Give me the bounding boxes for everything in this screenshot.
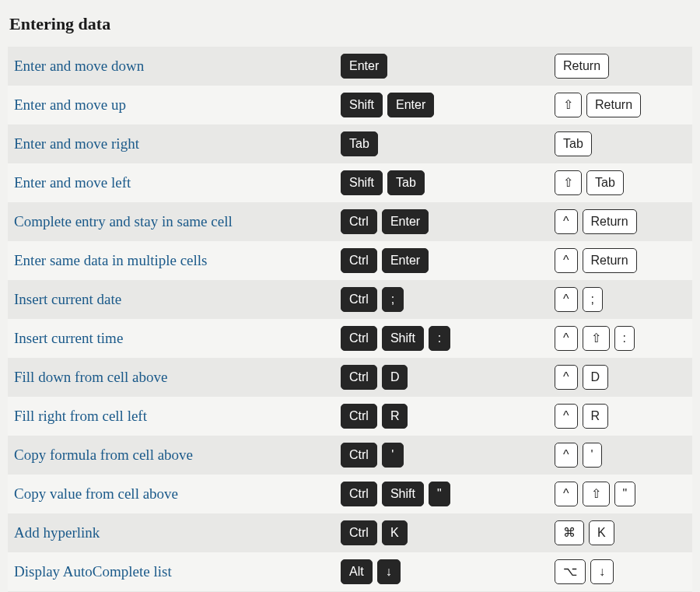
- shortcut-row: Add hyperlinkCtrlK⌘K: [8, 513, 692, 552]
- key-windows: ;: [382, 287, 404, 312]
- mac-keys-cell: Tab: [555, 131, 686, 156]
- shortcut-action-link[interactable]: Copy formula from cell above: [14, 447, 193, 463]
- shortcut-row: Copy formula from cell aboveCtrl'^': [8, 436, 692, 475]
- key-windows: Ctrl: [341, 520, 377, 545]
- key-mac: ^: [555, 248, 578, 273]
- shortcut-row: Insert current dateCtrl;^;: [8, 280, 692, 319]
- key-windows: Enter: [341, 54, 387, 79]
- mac-keys-cell: ^⇧": [555, 482, 686, 506]
- windows-keys-cell: Tab: [341, 131, 555, 156]
- key-mac: ^: [555, 482, 578, 506]
- windows-keys-cell: CtrlEnter: [341, 209, 555, 234]
- windows-keys-cell: CtrlShift:: [341, 326, 555, 351]
- shortcut-row: Enter same data in multiple cellsCtrlEnt…: [8, 241, 692, 280]
- key-windows: Tab: [387, 170, 425, 195]
- key-windows: ': [382, 443, 404, 468]
- key-windows: Shift: [341, 170, 383, 195]
- shortcut-action-link[interactable]: Enter same data in multiple cells: [14, 252, 208, 268]
- shortcut-row: Enter and move upShiftEnter⇧Return: [8, 86, 692, 124]
- mac-keys-cell: ^;: [555, 287, 686, 312]
- key-windows: Ctrl: [341, 248, 377, 273]
- shortcut-action-link[interactable]: Display AutoComplete list: [14, 563, 172, 580]
- key-windows: Ctrl: [341, 287, 377, 312]
- shortcut-action-link[interactable]: Add hyperlink: [14, 524, 100, 541]
- key-windows: Enter: [382, 209, 429, 234]
- key-mac: Return: [583, 209, 637, 234]
- key-windows: Shift: [341, 93, 383, 117]
- shortcut-action-link[interactable]: Enter and move left: [14, 174, 131, 191]
- key-mac: ↓: [590, 559, 614, 584]
- shortcut-action-link[interactable]: Complete entry and stay in same cell: [14, 213, 233, 229]
- key-windows: D: [382, 365, 408, 390]
- shortcut-action-link[interactable]: Insert current date: [14, 291, 121, 307]
- key-mac: ^: [555, 404, 578, 429]
- key-windows: :: [429, 326, 450, 351]
- action-cell: Insert current date: [14, 291, 341, 308]
- key-windows: Ctrl: [341, 404, 377, 429]
- key-mac: ⌘: [555, 520, 584, 545]
- shortcut-row: Complete entry and stay in same cellCtrl…: [8, 202, 692, 241]
- shortcut-row: Fill down from cell aboveCtrlD^D: [8, 358, 692, 397]
- key-mac: D: [583, 365, 609, 390]
- mac-keys-cell: ⇧Tab: [555, 170, 686, 195]
- key-windows: K: [382, 520, 408, 545]
- key-mac: ^: [555, 443, 578, 468]
- key-windows: R: [382, 404, 408, 429]
- key-windows: Tab: [341, 131, 378, 156]
- action-cell: Display AutoComplete list: [14, 563, 341, 580]
- key-windows: Ctrl: [341, 365, 377, 390]
- key-windows: Ctrl: [341, 326, 377, 351]
- section-title: Entering data: [9, 14, 692, 34]
- mac-keys-cell: ^': [555, 443, 686, 468]
- windows-keys-cell: Ctrl;: [341, 287, 555, 312]
- windows-keys-cell: Ctrl': [341, 443, 555, 468]
- key-mac: ⇧: [583, 326, 610, 351]
- key-mac: :: [614, 326, 635, 351]
- key-mac: R: [583, 404, 609, 429]
- mac-keys-cell: ⇧Return: [555, 93, 686, 117]
- windows-keys-cell: CtrlK: [341, 520, 555, 545]
- mac-keys-cell: ^Return: [555, 248, 686, 273]
- key-mac: ⇧: [555, 170, 582, 195]
- mac-keys-cell: ^⇧:: [555, 326, 686, 351]
- windows-keys-cell: CtrlEnter: [341, 248, 555, 273]
- shortcut-row: Fill right from cell leftCtrlR^R: [8, 397, 692, 436]
- windows-keys-cell: ShiftTab: [341, 170, 555, 195]
- action-cell: Enter and move down: [14, 58, 341, 75]
- action-cell: Insert current time: [14, 330, 341, 347]
- shortcut-action-link[interactable]: Copy value from cell above: [14, 485, 178, 502]
- action-cell: Fill down from cell above: [14, 369, 341, 386]
- mac-keys-cell: ^Return: [555, 209, 686, 234]
- shortcut-action-link[interactable]: Fill right from cell left: [14, 408, 147, 424]
- key-mac: Return: [583, 248, 637, 273]
- windows-keys-cell: CtrlShift": [341, 482, 555, 506]
- windows-keys-cell: ShiftEnter: [341, 93, 555, 117]
- shortcut-action-link[interactable]: Fill down from cell above: [14, 369, 167, 385]
- windows-keys-cell: Alt↓: [341, 559, 555, 584]
- key-windows: Shift: [382, 326, 424, 351]
- key-mac: Tab: [555, 131, 592, 156]
- key-mac: ;: [583, 287, 603, 312]
- key-windows: Ctrl: [341, 443, 377, 468]
- action-cell: Add hyperlink: [14, 524, 341, 541]
- action-cell: Enter and move up: [14, 96, 341, 114]
- shortcut-action-link[interactable]: Enter and move up: [14, 96, 126, 113]
- key-mac: Return: [586, 93, 641, 117]
- shortcut-row: Insert current timeCtrlShift:^⇧:: [8, 319, 692, 358]
- action-cell: Enter and move left: [14, 174, 341, 191]
- shortcut-row: Enter and move leftShiftTab⇧Tab: [8, 163, 692, 202]
- mac-keys-cell: Return: [555, 54, 686, 79]
- shortcut-row: Display AutoComplete listAlt↓⌥↓: [8, 552, 692, 591]
- shortcut-action-link[interactable]: Enter and move right: [14, 135, 139, 152]
- shortcut-row: Enter and move rightTabTab: [8, 124, 692, 163]
- action-cell: Fill right from cell left: [14, 408, 341, 425]
- shortcut-action-link[interactable]: Insert current time: [14, 330, 123, 346]
- shortcut-table: Entering data Enter and move downEnterRe…: [0, 0, 700, 592]
- action-cell: Enter same data in multiple cells: [14, 252, 341, 269]
- action-cell: Copy value from cell above: [14, 485, 341, 503]
- shortcut-action-link[interactable]: Enter and move down: [14, 58, 144, 74]
- mac-keys-cell: ^R: [555, 404, 686, 429]
- key-mac: K: [589, 520, 614, 545]
- key-mac: ⇧: [583, 482, 610, 506]
- shortcut-row: Enter and move downEnterReturn: [8, 47, 692, 86]
